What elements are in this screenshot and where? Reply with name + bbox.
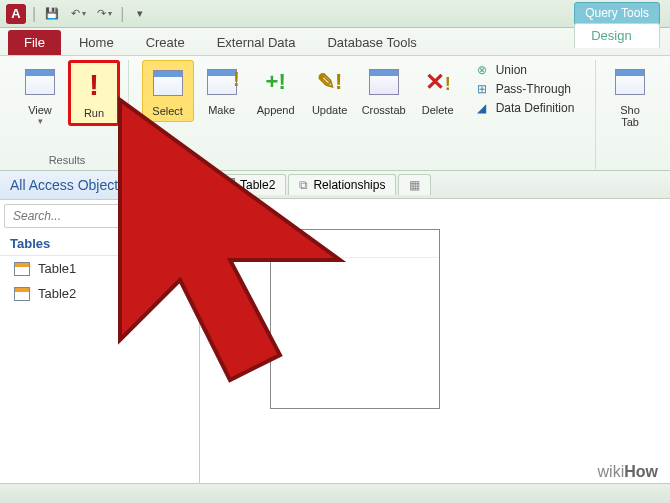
contextual-tab-group: Query Tools Design bbox=[574, 2, 660, 48]
watermark-suffix: How bbox=[624, 463, 658, 480]
ribbon-tab-strip: File Home Create External Data Database … bbox=[0, 28, 670, 56]
doc-tab-relationships-label: Relationships bbox=[313, 178, 385, 192]
show-label: Sho bbox=[620, 104, 640, 116]
view-label: View bbox=[28, 104, 52, 116]
nav-item-table2[interactable]: Table2 bbox=[0, 281, 199, 306]
ribbon-group-query-type: Select ! Make +! Append ✎! Update Crosst… bbox=[129, 60, 596, 170]
delete-icon: ✕! bbox=[425, 68, 451, 96]
query-icon: ▦ bbox=[409, 178, 420, 192]
watermark-prefix: wiki bbox=[598, 463, 625, 480]
union-button[interactable]: ⊗ Union bbox=[472, 62, 577, 78]
divider: | bbox=[120, 5, 124, 23]
table-icon bbox=[14, 262, 30, 276]
search-input[interactable] bbox=[4, 204, 195, 228]
union-icon: ⊗ bbox=[474, 63, 490, 77]
ribbon-group-results: View ▾ ! Run Results bbox=[6, 60, 129, 170]
qat-save-button[interactable]: 💾 bbox=[42, 4, 62, 24]
nav-header-title: All Access Objects bbox=[10, 177, 125, 193]
update-icon: ✎! bbox=[317, 69, 342, 95]
update-label: Update bbox=[312, 104, 347, 116]
field-row-id[interactable]: 🔑 ID bbox=[271, 230, 439, 258]
status-bar bbox=[0, 483, 670, 503]
tab-home[interactable]: Home bbox=[65, 30, 128, 55]
watermark: wikiHow bbox=[598, 463, 658, 481]
tables-section-label: Tables bbox=[10, 236, 50, 251]
tab-create[interactable]: Create bbox=[132, 30, 199, 55]
document-area: Table2 ⧉ Relationships ▦ 🔑 ID bbox=[200, 171, 670, 483]
relationships-icon: ⧉ bbox=[299, 178, 308, 192]
ribbon: View ▾ ! Run Results Select ! Make +! Ap… bbox=[0, 56, 670, 171]
view-button[interactable]: View ▾ bbox=[14, 60, 66, 130]
app-icon: A bbox=[6, 4, 26, 24]
select-icon bbox=[153, 70, 183, 96]
show-sublabel: Tab bbox=[621, 116, 639, 128]
select-label: Select bbox=[152, 105, 183, 117]
tab-external-data[interactable]: External Data bbox=[203, 30, 310, 55]
run-label: Run bbox=[84, 107, 104, 119]
results-group-label: Results bbox=[49, 152, 86, 170]
delete-button[interactable]: ✕! Delete bbox=[412, 60, 464, 120]
make-table-button[interactable]: ! Make bbox=[196, 60, 248, 120]
update-button[interactable]: ✎! Update bbox=[304, 60, 356, 120]
title-bar: A | 💾 ↶ ↷ | ▾ bbox=[0, 0, 670, 28]
show-table-icon bbox=[615, 69, 645, 95]
tab-database-tools[interactable]: Database Tools bbox=[313, 30, 430, 55]
append-button[interactable]: +! Append bbox=[250, 60, 302, 120]
file-tab[interactable]: File bbox=[8, 30, 61, 55]
crosstab-button[interactable]: Crosstab bbox=[358, 60, 410, 120]
append-label: Append bbox=[257, 104, 295, 116]
doc-tab-query[interactable]: ▦ bbox=[398, 174, 431, 195]
table1-label: Table1 bbox=[38, 261, 76, 276]
primary-key-icon: 🔑 bbox=[281, 236, 297, 251]
nav-section-tables[interactable]: Tables bbox=[0, 232, 199, 256]
navigation-pane: All Access Objects ⊙ « Tables Table1 Tab… bbox=[0, 171, 200, 483]
table-icon bbox=[219, 178, 235, 192]
crosstab-icon bbox=[369, 69, 399, 95]
nav-item-table1[interactable]: Table1 bbox=[0, 256, 199, 281]
crosstab-label: Crosstab bbox=[362, 104, 406, 116]
content-area: All Access Objects ⊙ « Tables Table1 Tab… bbox=[0, 171, 670, 483]
union-label: Union bbox=[496, 63, 527, 77]
passthrough-icon: ⊞ bbox=[474, 82, 490, 96]
query-tools-label: Query Tools bbox=[574, 2, 660, 24]
exclamation-icon: ! bbox=[89, 68, 99, 102]
show-table-button[interactable]: Sho Tab bbox=[604, 60, 656, 132]
make-icon: ! bbox=[207, 69, 237, 95]
doc-tab-table2-label: Table2 bbox=[240, 178, 275, 192]
ribbon-group-show: Sho Tab bbox=[596, 60, 664, 170]
qat-undo-button[interactable]: ↶ bbox=[68, 4, 88, 24]
divider: | bbox=[32, 5, 36, 23]
datasheet-icon bbox=[25, 69, 55, 95]
document-tabs: Table2 ⧉ Relationships ▦ bbox=[200, 171, 670, 199]
table2-label: Table2 bbox=[38, 286, 76, 301]
select-button[interactable]: Select bbox=[142, 60, 194, 122]
table-icon bbox=[14, 287, 30, 301]
data-definition-icon: ◢ bbox=[474, 101, 490, 115]
table-field-list[interactable]: 🔑 ID bbox=[270, 229, 440, 409]
chevron-down-icon: ▾ bbox=[38, 116, 43, 126]
field-id-label: ID bbox=[303, 237, 315, 251]
append-icon: +! bbox=[266, 69, 286, 95]
qat-redo-button[interactable]: ↷ bbox=[94, 4, 114, 24]
make-label: Make bbox=[208, 104, 235, 116]
pass-through-button[interactable]: ⊞ Pass-Through bbox=[472, 81, 577, 97]
delete-label: Delete bbox=[422, 104, 454, 116]
nav-pane-header[interactable]: All Access Objects ⊙ « bbox=[0, 171, 199, 200]
chevron-down-icon: ⊙ « bbox=[173, 180, 189, 191]
doc-tab-relationships[interactable]: ⧉ Relationships bbox=[288, 174, 396, 195]
doc-tab-table2[interactable]: Table2 bbox=[208, 174, 286, 195]
tab-design[interactable]: Design bbox=[574, 23, 660, 48]
run-button[interactable]: ! Run bbox=[68, 60, 120, 126]
data-definition-button[interactable]: ◢ Data Definition bbox=[472, 100, 577, 116]
data-definition-label: Data Definition bbox=[496, 101, 575, 115]
query-designer[interactable]: 🔑 ID bbox=[200, 199, 670, 483]
qat-customize-button[interactable]: ▾ bbox=[130, 4, 150, 24]
passthrough-label: Pass-Through bbox=[496, 82, 571, 96]
